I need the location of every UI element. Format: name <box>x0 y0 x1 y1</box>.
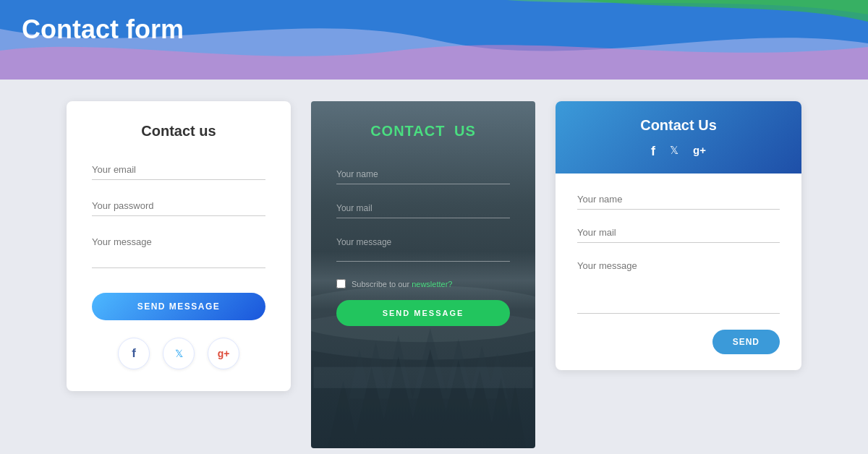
card2-mail-input[interactable] <box>336 199 510 218</box>
card2-name-group <box>336 165 510 184</box>
card2-title-part1: CONTACT <box>370 123 445 139</box>
card3-header: Contact Us f 𝕏 g+ <box>556 101 801 174</box>
message-input[interactable] <box>92 232 265 268</box>
main-content: Contact us SEND MESSAGE f 𝕏 g+ <box>0 80 868 454</box>
card3-send-button[interactable]: SEND <box>712 330 780 354</box>
facebook-button[interactable]: f <box>118 338 150 369</box>
card2-title: CONTACT US <box>336 123 510 140</box>
card3-mail-input[interactable] <box>577 223 780 243</box>
message-field-group <box>92 232 265 271</box>
googleplus-button[interactable]: g+ <box>208 338 239 369</box>
subscribe-checkbox[interactable] <box>336 279 346 288</box>
card3-body: SEND <box>556 174 801 370</box>
facebook-icon: f <box>132 346 136 361</box>
card2-send-button[interactable]: SEND MESSAGE <box>336 300 510 326</box>
subscribe-row: Subscribe to our newsletter? <box>336 279 510 288</box>
newsletter-link[interactable]: newsletter? <box>412 280 452 288</box>
twitter-icon: 𝕏 <box>175 348 183 359</box>
card3-social-icons: f 𝕏 g+ <box>577 144 780 159</box>
card-minimal: Contact us SEND MESSAGE f 𝕏 g+ <box>67 101 291 391</box>
page-title: Contact form <box>22 14 184 45</box>
subscribe-text: Subscribe to our newsletter? <box>352 280 452 288</box>
card3-send-row: SEND <box>577 330 780 354</box>
card1-title: Contact us <box>92 123 265 140</box>
card2-title-part2: US <box>454 123 476 139</box>
twitter-button[interactable]: 𝕏 <box>163 338 195 369</box>
card-dark: CONTACT US Subscribe to our newsletter? … <box>311 101 535 448</box>
card3-title: Contact Us <box>577 117 780 134</box>
header: Contact form <box>0 0 868 80</box>
card3-message-group <box>577 256 780 317</box>
password-field-group <box>92 196 265 216</box>
email-input[interactable] <box>92 160 265 180</box>
social-icons: f 𝕏 g+ <box>92 338 265 369</box>
card2-message-input[interactable] <box>336 233 510 262</box>
googleplus-icon: g+ <box>218 348 230 359</box>
card3-message-input[interactable] <box>577 256 780 314</box>
email-field-group <box>92 160 265 180</box>
card2-mail-group <box>336 199 510 218</box>
card3-facebook-icon[interactable]: f <box>651 144 655 159</box>
send-message-button[interactable]: SEND MESSAGE <box>92 293 265 320</box>
card3-name-input[interactable] <box>577 189 780 210</box>
card3-googleplus-icon[interactable]: g+ <box>693 144 706 159</box>
password-input[interactable] <box>92 196 265 216</box>
card2-content: CONTACT US Subscribe to our newsletter? … <box>311 101 535 448</box>
card2-name-input[interactable] <box>336 165 510 184</box>
card-blue-header: Contact Us f 𝕏 g+ SEND <box>556 101 801 370</box>
card3-name-group <box>577 189 780 210</box>
card3-mail-group <box>577 223 780 243</box>
card2-message-group <box>336 233 510 265</box>
card3-twitter-icon[interactable]: 𝕏 <box>670 144 678 159</box>
